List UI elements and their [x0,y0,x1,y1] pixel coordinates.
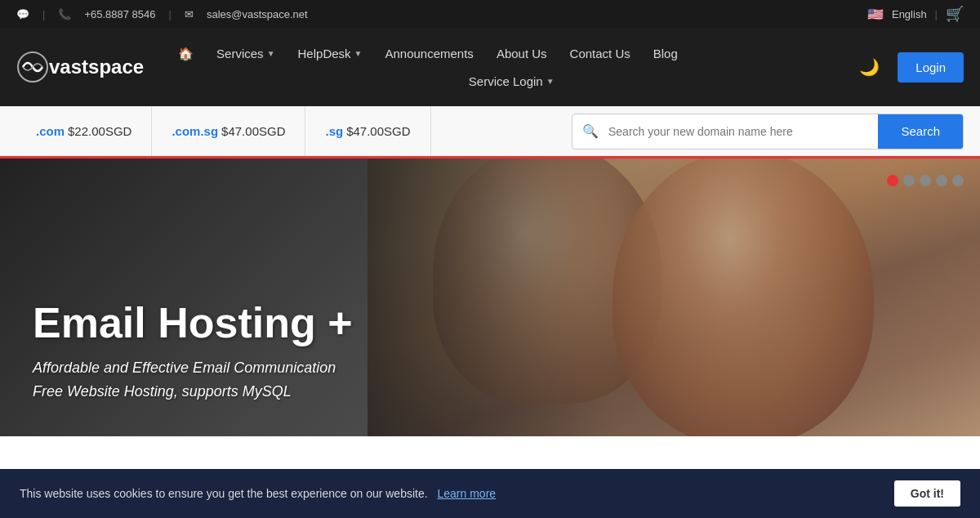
hero-content: Email Hosting + Affordable and Effective… [33,300,353,404]
announcements-label: Announcements [385,47,473,60]
hero-section: Email Hosting + Affordable and Effective… [0,159,980,436]
helpdesk-label: HelpDesk [298,47,351,60]
domain-com: .com $22.00SGD [16,106,152,156]
hero-image [368,159,980,436]
hero-subtitle-line1: Affordable and Effective Email Communica… [33,359,336,376]
top-bar-right: 🇺🇸 English | 🛒 [867,5,964,23]
hero-subtitle-line2: Free Website Hosting, supports MySQL [33,383,292,400]
divider2: | [169,8,172,20]
logo-icon [16,51,49,83]
search-icon: 🔍 [572,123,608,139]
domain-search-box: 🔍 Search [572,114,964,150]
comsg-price: $47.00SGD [221,124,285,138]
slider-dot-4[interactable] [936,175,947,186]
nav-helpdesk[interactable]: HelpDesk ▼ [288,40,372,67]
flag-icon: 🇺🇸 [867,7,884,22]
nav-blog[interactable]: Blog [644,40,688,67]
slider-dots [887,175,964,186]
nav-right-actions: 🌙 Login [854,52,964,83]
slider-dot-2[interactable] [903,175,915,186]
divider: | [42,8,45,20]
dark-mode-toggle[interactable]: 🌙 [854,52,884,82]
hero-subtitle: Affordable and Effective Email Communica… [33,356,353,404]
top-bar-left: 💬 | 📞 +65.8887 8546 | ✉ sales@vastspace.… [16,8,308,20]
email-address[interactable]: sales@vastspace.net [207,8,308,20]
hero-title: Email Hosting + [33,300,353,346]
service-login-chevron: ▼ [546,77,555,86]
nav-row2: Service Login ▼ [168,68,854,101]
nav-about[interactable]: About Us [487,40,557,67]
email-icon: ✉ [185,8,194,20]
nav-service-login[interactable]: Service Login ▼ [459,68,564,95]
phone-number[interactable]: +65.8887 8546 [84,8,155,20]
comsg-ext: .com.sg [172,124,218,138]
top-bar: 💬 | 📞 +65.8887 8546 | ✉ sales@vastspace.… [0,0,980,28]
sg-price: $47.00SGD [346,124,410,138]
nav-contact[interactable]: Contact Us [560,40,640,67]
about-label: About Us [497,47,547,60]
nav-row1: 🏠 Services ▼ HelpDesk ▼ Announcements Ab… [168,33,854,68]
sg-ext: .sg [325,124,343,138]
whatsapp-icon: 💬 [16,8,29,20]
service-login-label: Service Login [469,74,543,88]
main-nav: vastspace 🏠 Services ▼ HelpDesk ▼ Announ… [0,28,980,106]
logo-text[interactable]: vastspace [49,56,144,78]
domain-comsg: .com.sg $47.00SGD [152,106,305,156]
slider-dot-1[interactable] [887,175,898,186]
login-button[interactable]: Login [898,52,964,83]
blog-label: Blog [653,47,678,60]
domain-bar: .com $22.00SGD .com.sg $47.00SGD .sg $47… [0,106,980,159]
services-chevron: ▼ [267,49,275,58]
logo-area: vastspace [16,51,144,83]
nav-home[interactable]: 🏠 [168,40,203,68]
slider-dot-5[interactable] [952,175,964,186]
domain-search-input[interactable] [608,125,878,138]
home-icon: 🏠 [178,47,194,61]
domain-search-button[interactable]: Search [878,114,963,150]
com-price: $22.00SGD [68,124,131,138]
nav-content: 🏠 Services ▼ HelpDesk ▼ Announcements Ab… [168,33,854,101]
nav-services[interactable]: Services ▼ [207,40,284,67]
contact-label: Contact Us [570,47,630,60]
divider3: | [935,8,938,20]
nav-announcements[interactable]: Announcements [375,40,483,67]
language-label[interactable]: English [892,8,927,20]
services-label: Services [216,47,264,60]
domain-sg: .sg $47.00SGD [305,106,430,156]
helpdesk-chevron: ▼ [354,49,363,58]
slider-dot-3[interactable] [920,175,931,186]
cart-icon[interactable]: 🛒 [946,5,964,23]
hero-overlay [368,159,980,436]
com-ext: .com [36,124,65,138]
phone-icon: 📞 [58,8,71,20]
